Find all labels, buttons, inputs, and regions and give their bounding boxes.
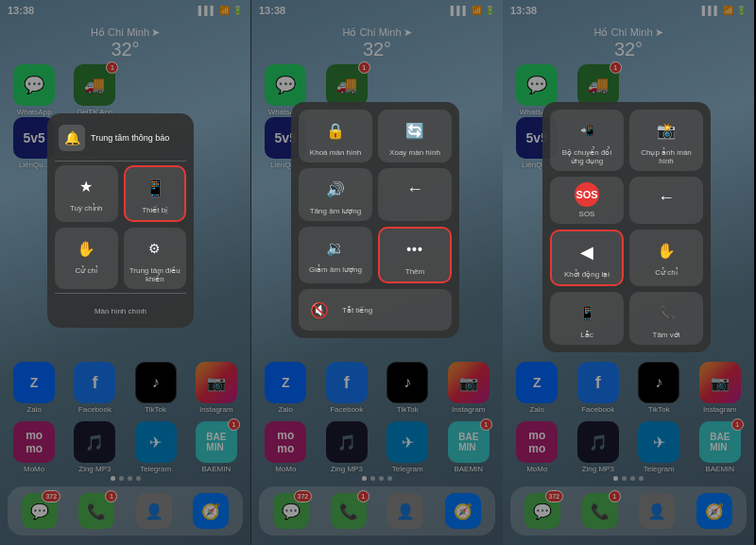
phone-panel-2: 13:38 ▌▌▌ 📶 🔋 Hồ Chí Minh ➤ 32° 💬 WhatsA…	[251, 0, 503, 545]
control-label: Trung tâm điều khiển	[129, 266, 181, 283]
menu-gesture-1[interactable]: ✋ Cử chỉ	[55, 228, 118, 289]
menu-gesture-3[interactable]: ✋ Cử chỉ	[629, 230, 703, 286]
customize-label: Tuỳ chỉnh	[70, 204, 103, 213]
menu-row3-3: ◀ Khởi động lại ✋ Cử chỉ	[550, 230, 703, 286]
rotate-label: Xoay màn hình	[389, 148, 440, 157]
menu-rotate-2[interactable]: 🔄 Xoay màn hình	[378, 110, 452, 162]
star-icon: ★	[71, 171, 101, 201]
sep2	[55, 293, 186, 294]
menu-back-2[interactable]: ←	[378, 168, 452, 221]
menu-customize-1[interactable]: ★ Tuỳ chỉnh	[55, 165, 118, 222]
context-menu-3: 📲 Bộ chuyển đổi ứng dụng 📸 Chụp ảnh màn …	[542, 102, 711, 352]
menu-control-1[interactable]: ⚙ Trung tâm điều khiển	[124, 228, 187, 289]
menu-appswitcher-3[interactable]: 📲 Bộ chuyển đổi ứng dụng	[550, 110, 624, 171]
menu-lock-2[interactable]: 🔒 Khoá màn hình	[299, 110, 372, 162]
phone-panel-3: 13:38 ▌▌▌ 📶 🔋 Hồ Chí Minh ➤ 32° 💬 WhatsA…	[503, 0, 754, 545]
shake-label: Lắc	[580, 331, 593, 339]
menu-row1-3: 📲 Bộ chuyển đổi ứng dụng 📸 Chụp ảnh màn …	[550, 110, 703, 171]
screenshot-icon: 📸	[651, 115, 681, 145]
more-icon: •••	[400, 234, 430, 264]
menu-grid-1: ★ Tuỳ chỉnh 📱 Thiết bị ✋ Cử chỉ ⚙ Trung …	[55, 165, 186, 289]
home-screen-row: Màn hình chính	[55, 298, 186, 320]
sos-label: SOS	[579, 210, 595, 218]
home-screen-label: Màn hình chính	[94, 307, 146, 315]
menu-row3-2: 🔉 Giảm âm lượng ••• Thêm	[299, 227, 452, 283]
menu-accessibility-3[interactable]: 📞 Tâm với	[629, 292, 703, 345]
more-label: Thêm	[405, 267, 424, 276]
menu-back-3[interactable]: ←	[629, 177, 703, 224]
context-menu-1: 🔔 Trung tâm thông báo ★ Tuỳ chỉnh 📱 Thiế…	[47, 113, 194, 328]
menu-row2-2: 🔊 Tăng âm lượng ←	[299, 168, 452, 221]
gesture-icon: ✋	[71, 233, 101, 264]
voldown-label: Giảm âm lượng	[309, 265, 362, 274]
restart-icon: ◀	[572, 237, 602, 267]
gesture-label-3: Cử chỉ	[655, 268, 677, 277]
menu-device-1[interactable]: 📱 Thiết bị	[124, 165, 187, 222]
accessibility-icon: 📞	[651, 298, 681, 328]
menu-volup-2[interactable]: 🔊 Tăng âm lượng	[299, 168, 372, 221]
menu-row1-2: 🔒 Khoá màn hình 🔄 Xoay màn hình	[299, 110, 452, 162]
notification-label: Trung tâm thông báo	[91, 133, 169, 143]
appswitcher-icon: 📲	[572, 115, 602, 145]
menu-screenshot-3[interactable]: 📸 Chụp ảnh màn hình	[629, 110, 703, 171]
lock-icon: 🔒	[320, 115, 351, 145]
mute-label: Tắt tiếng	[342, 306, 372, 315]
gesture-icon-3: ✋	[651, 235, 681, 265]
gesture-label: Cử chỉ	[76, 266, 97, 275]
restart-label: Khởi động lại	[564, 270, 610, 279]
menu-shake-3[interactable]: 📱 Lắc	[550, 292, 624, 345]
menu-sos-3[interactable]: SOS SOS	[550, 177, 624, 224]
shake-icon: 📱	[572, 298, 602, 328]
volup-icon: 🔊	[320, 174, 351, 204]
back-icon-3: ←	[651, 182, 681, 213]
sep1	[55, 161, 186, 162]
notification-row: 🔔 Trung tâm thông báo	[55, 121, 186, 157]
menu-voldown-2[interactable]: 🔉 Giảm âm lượng	[299, 227, 372, 283]
menu-more-2[interactable]: ••• Thêm	[378, 227, 452, 283]
accessibility-label: Tâm với	[653, 331, 680, 339]
mute-row: 🔇 Tắt tiếng	[299, 289, 452, 331]
menu-restart-3[interactable]: ◀ Khởi động lại	[550, 230, 624, 286]
menu-row2-3: SOS SOS ←	[550, 177, 703, 224]
rotate-icon: 🔄	[400, 115, 430, 145]
device-label: Thiết bị	[142, 206, 167, 214]
screenshot-label: Chụp ảnh màn hình	[635, 148, 697, 165]
phone-panel-1: 13:38 ▌▌▌ 📶 🔋 Hồ Chí Minh ➤ 32° 💬 WhatsA…	[0, 0, 251, 545]
lock-label: Khoá màn hình	[310, 148, 361, 157]
context-menu-2: 🔒 Khoá màn hình 🔄 Xoay màn hình 🔊 Tăng â…	[291, 102, 459, 338]
appswitcher-label: Bộ chuyển đổi ứng dụng	[556, 148, 618, 165]
voldown-icon: 🔉	[320, 232, 351, 263]
menu-mute-2[interactable]: 🔇 Tắt tiếng	[299, 289, 452, 331]
sos-icon: SOS	[575, 182, 599, 207]
control-icon: ⚙	[140, 233, 170, 264]
volup-label: Tăng âm lượng	[310, 207, 361, 215]
device-icon: 📱	[140, 173, 170, 203]
back-icon: ←	[400, 174, 430, 204]
mute-icon: 🔇	[304, 295, 335, 325]
notification-icon: 🔔	[59, 125, 85, 151]
menu-row4-3: 📱 Lắc 📞 Tâm với	[550, 292, 703, 345]
